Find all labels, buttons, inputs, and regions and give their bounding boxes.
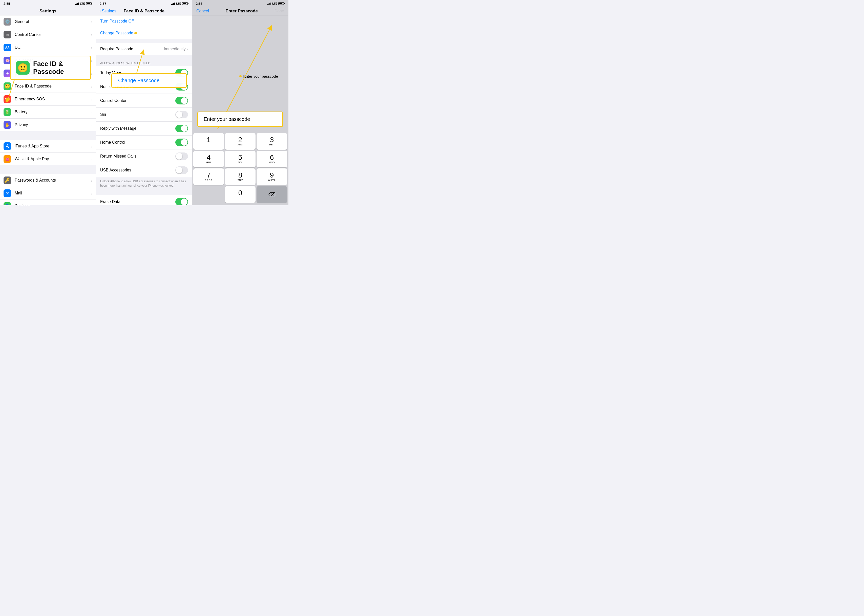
- contacts-icon: 👤: [3, 202, 11, 205]
- turn-passcode-off-row[interactable]: Turn Passcode Off: [96, 16, 192, 27]
- settings-back-button[interactable]: ‹ Settings: [100, 9, 116, 13]
- settings-row-passwords[interactable]: 🔑 Passwords & Accounts ›: [0, 174, 96, 187]
- annotation-faceid-icon: 🙂: [16, 61, 30, 75]
- battery-icon-1: [86, 2, 92, 5]
- siri-toggle-label: Siri: [100, 112, 106, 117]
- emergency-label: Emergency SOS: [15, 97, 91, 101]
- usb-toggle[interactable]: [175, 167, 188, 174]
- reply-message-label: Reply with Message: [100, 126, 136, 131]
- faceid-nav-title: Face ID & Passcode: [124, 9, 165, 14]
- home-control-row[interactable]: Home Control: [96, 135, 192, 149]
- settings-row-display[interactable]: AA D… ›: [0, 41, 96, 54]
- erase-data-row[interactable]: Erase Data: [96, 195, 192, 205]
- numpad-key-delete[interactable]: ⌫: [257, 186, 287, 203]
- key-5-letters: JKL: [238, 161, 242, 164]
- battery-fill-1: [87, 3, 90, 4]
- erase-data-label: Erase Data: [100, 200, 120, 204]
- key-3-letters: DEF: [269, 143, 274, 146]
- key-8-number: 8: [238, 172, 242, 179]
- faceid-icon: 🙂: [3, 82, 11, 90]
- erase-data-toggle[interactable]: [175, 198, 188, 205]
- numpad-key-7[interactable]: 7 PQRS: [193, 168, 224, 185]
- control-center-row[interactable]: Control Center: [96, 94, 192, 108]
- usb-label: USB Accessories: [100, 168, 131, 173]
- key-9-letters: WXYZ: [268, 179, 276, 182]
- settings-row-general[interactable]: ⚙️ General ›: [0, 16, 96, 28]
- settings-row-mail[interactable]: ✉ Mail ›: [0, 187, 96, 200]
- key-6-number: 6: [270, 154, 274, 161]
- settings-row-contacts[interactable]: 👤 Contacts ›: [0, 200, 96, 205]
- key-3-number: 3: [270, 136, 274, 143]
- siri-toggle[interactable]: [175, 111, 188, 118]
- usb-note: Unlock iPhone to allow USB accessories t…: [96, 177, 192, 191]
- numpad-key-6[interactable]: 6 MNO: [257, 151, 287, 167]
- numpad-key-9[interactable]: 9 WXYZ: [257, 168, 287, 185]
- signal-bar: [76, 3, 77, 5]
- privacy-chevron: ›: [91, 123, 92, 127]
- enter-passcode-annotation: Enter your passcode: [197, 112, 283, 127]
- numpad-key-3[interactable]: 3 DEF: [257, 133, 287, 150]
- mail-label: Mail: [15, 191, 91, 195]
- key-9-number: 9: [270, 172, 274, 179]
- settings-row-battery[interactable]: 🔋 Battery ›: [0, 106, 96, 119]
- usb-row[interactable]: USB Accessories: [96, 163, 192, 177]
- settings-row-control-center[interactable]: ⊞ Control Center ›: [0, 28, 96, 41]
- contacts-label: Contacts: [15, 204, 91, 205]
- key-6-letters: MNO: [269, 161, 275, 164]
- reply-message-toggle[interactable]: [175, 125, 188, 132]
- reply-message-row[interactable]: Reply with Message: [96, 122, 192, 135]
- require-chevron: ›: [187, 47, 188, 51]
- require-passcode-row[interactable]: Require Passcode Immediately ›: [96, 43, 192, 55]
- signal-bar: [75, 4, 76, 5]
- annotation-faceid-text: Face ID & Passcode: [33, 60, 85, 75]
- numpad-key-8[interactable]: 8 TUV: [225, 168, 255, 185]
- settings-row-wallet[interactable]: 👛 Wallet & Apple Pay ›: [0, 153, 96, 165]
- key-2-letters: ABC: [238, 143, 243, 146]
- passcode-nav: Cancel Enter Passcode Done: [192, 6, 288, 16]
- require-passcode-value: Immediately ›: [164, 47, 188, 51]
- status-icons-3: LTE: [268, 2, 285, 5]
- change-passcode-row[interactable]: Change Passcode: [96, 27, 192, 39]
- passwords-icon: 🔑: [3, 176, 11, 184]
- enter-passcode-annotation-text: Enter your passcode: [204, 116, 250, 122]
- numpad-key-1[interactable]: 1: [193, 133, 224, 150]
- numpad-key-4[interactable]: 4 GHI: [193, 151, 224, 167]
- home-control-toggle[interactable]: [175, 138, 188, 146]
- numpad-key-5[interactable]: 5 JKL: [225, 151, 255, 167]
- numpad-key-2[interactable]: 2 ABC: [225, 133, 255, 150]
- done-button[interactable]: Done: [274, 9, 284, 13]
- mail-chevron: ›: [91, 191, 92, 195]
- home-control-label: Home Control: [100, 140, 125, 145]
- status-icons-2: LTE: [171, 2, 189, 5]
- numpad-key-0[interactable]: 0: [225, 186, 255, 203]
- lte-label-2: LTE: [176, 2, 181, 5]
- return-missed-toggle[interactable]: [175, 152, 188, 160]
- settings-panel: 2:55 LTE Settings ⚙️ Gene: [0, 0, 96, 205]
- numpad: 1 2 ABC 3 DEF 4 GHI 5 JKL 6 MNO 7 PQRS: [192, 132, 288, 205]
- control-center-toggle[interactable]: [175, 97, 188, 104]
- change-passcode-dot: [134, 32, 137, 35]
- battery-label: Battery: [15, 110, 91, 114]
- signal-bars-1: [75, 2, 79, 5]
- itunes-chevron: ›: [91, 144, 92, 148]
- privacy-label: Privacy: [15, 123, 91, 127]
- key-4-number: 4: [207, 154, 211, 161]
- status-bar-2: 2:57 LTE: [96, 0, 192, 6]
- siri-row[interactable]: Siri: [96, 108, 192, 122]
- settings-row-emergency[interactable]: SOS Emergency SOS ›: [0, 93, 96, 106]
- change-passcode-annotation-text: Change Passcode: [118, 78, 159, 83]
- status-time-2: 2:57: [100, 2, 106, 6]
- settings-row-faceid[interactable]: 🙂 Face ID & Passcode ›: [0, 80, 96, 93]
- itunes-label: iTunes & App Store: [15, 144, 91, 148]
- general-chevron: ›: [91, 20, 92, 24]
- settings-row-privacy[interactable]: ✋ Privacy ›: [0, 119, 96, 131]
- battery-row-icon: 🔋: [3, 108, 11, 116]
- key-2-number: 2: [238, 136, 242, 143]
- privacy-icon: ✋: [3, 121, 11, 129]
- cancel-button[interactable]: Cancel: [196, 9, 209, 13]
- require-passcode-label: Require Passcode: [100, 47, 133, 51]
- return-missed-row[interactable]: Return Missed Calls: [96, 149, 192, 163]
- settings-row-itunes[interactable]: A iTunes & App Store ›: [0, 140, 96, 153]
- faceid-content: Turn Passcode Off Change Passcode Requir…: [96, 16, 192, 205]
- faceid-nav-bar: ‹ Settings Face ID & Passcode: [96, 6, 192, 16]
